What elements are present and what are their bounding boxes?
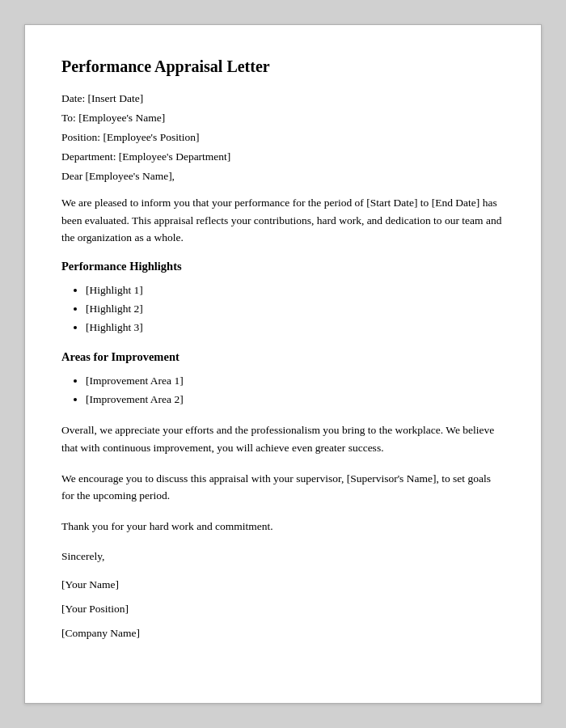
- closing-para-1: Overall, we appreciate your efforts and …: [61, 421, 505, 456]
- date-line: Date: [Insert Date]: [61, 92, 505, 105]
- letter-document: Performance Appraisal Letter Date: [Inse…: [24, 24, 542, 704]
- highlights-list: [Highlight 1] [Highlight 2] [Highlight 3…: [61, 281, 505, 337]
- highlights-heading: Performance Highlights: [61, 260, 505, 273]
- highlight-item-3: [Highlight 3]: [86, 319, 505, 337]
- closing-para-2: We encourage you to discuss this apprais…: [61, 470, 505, 505]
- department-line: Department: [Employee's Department]: [61, 150, 505, 163]
- sincerely-line: Sincerely,: [61, 548, 505, 565]
- to-line: To: [Employee's Name]: [61, 112, 505, 125]
- improvement-item-1: [Improvement Area 1]: [86, 372, 505, 391]
- highlight-item-1: [Highlight 1]: [86, 281, 505, 300]
- salutation: Dear [Employee's Name],: [61, 170, 505, 183]
- your-name: [Your Name]: [61, 578, 505, 591]
- improvement-item-2: [Improvement Area 2]: [86, 391, 505, 409]
- closing-block: Sincerely, [Your Name] [Your Position] […: [61, 548, 505, 640]
- letter-title: Performance Appraisal Letter: [61, 57, 505, 76]
- improvement-heading: Areas for Improvement: [61, 350, 505, 364]
- highlight-item-2: [Highlight 2]: [86, 300, 505, 319]
- company-name: [Company Name]: [61, 627, 505, 640]
- closing-para-3: Thank you for your hard work and commitm…: [61, 518, 505, 535]
- intro-paragraph: We are pleased to inform you that your p…: [61, 194, 505, 247]
- improvements-list: [Improvement Area 1] [Improvement Area 2…: [61, 372, 505, 409]
- your-position: [Your Position]: [61, 603, 505, 616]
- position-line: Position: [Employee's Position]: [61, 131, 505, 144]
